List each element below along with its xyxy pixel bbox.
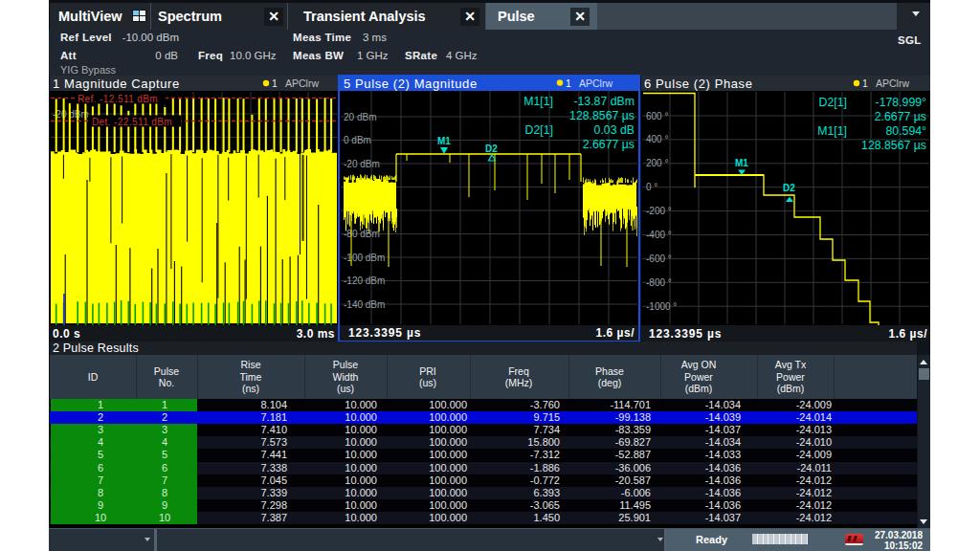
svg-text:Det. -22.511 dBm: Det. -22.511 dBm (92, 117, 172, 127)
svg-text:-13.87 dBm: -13.87 dBm (573, 95, 635, 108)
svg-text:-800 °: -800 ° (646, 277, 672, 288)
svg-text:D2[1]: D2[1] (525, 123, 553, 137)
svg-text:-80 dBm: -80 dBm (344, 229, 380, 239)
svg-text:6 Pulse (2) Phase: 6 Pulse (2) Phase (644, 77, 753, 91)
svg-text:M1[1]: M1[1] (523, 95, 553, 108)
svg-text:D2: D2 (783, 183, 795, 193)
svg-text:1: 1 (272, 77, 278, 89)
svg-text:D2: D2 (485, 143, 498, 154)
svg-text:-200 °: -200 ° (646, 206, 672, 216)
svg-text:400 °: 400 ° (646, 134, 668, 144)
svg-text:0.03 dB: 0.03 dB (594, 123, 635, 137)
svg-text:M1[1]: M1[1] (817, 124, 847, 138)
svg-text:600 °: 600 ° (646, 111, 668, 121)
svg-text:M1: M1 (735, 158, 748, 168)
svg-text:-400 °: -400 ° (646, 230, 672, 240)
svg-text:1 Magnitude Capture: 1 Magnitude Capture (53, 77, 180, 91)
svg-text:20 dBm: 20 dBm (344, 112, 376, 122)
svg-text:-120 dBm: -120 dBm (344, 276, 385, 286)
svg-text:5 Pulse (2) Magnitude: 5 Pulse (2) Magnitude (344, 77, 478, 91)
svg-text:3.0 ms: 3.0 ms (297, 327, 335, 341)
svg-text:1.6 µs/: 1.6 µs/ (596, 326, 635, 340)
svg-text:Ref. -12.511 dBm: Ref. -12.511 dBm (78, 94, 158, 104)
svg-text:2.6677 µs: 2.6677 µs (875, 110, 926, 123)
svg-text:1: 1 (566, 77, 571, 89)
svg-text:-140 dBm: -140 dBm (344, 299, 385, 310)
svg-text:128.8567 µs: 128.8567 µs (861, 139, 926, 152)
svg-text:APClrw: APClrw (285, 77, 319, 89)
svg-text:-20 dBm: -20 dBm (344, 159, 380, 169)
svg-text:M1: M1 (437, 136, 451, 146)
svg-text:-1000 °: -1000 ° (646, 301, 677, 312)
svg-text:-20 dBm: -20 dBm (53, 109, 89, 120)
svg-text:128.8567 µs: 128.8567 µs (569, 109, 635, 122)
svg-text:0.0 s: 0.0 s (53, 327, 80, 341)
svg-text:APClrw: APClrw (579, 77, 612, 89)
svg-text:123.3395 µs: 123.3395 µs (649, 327, 722, 341)
svg-text:2.6677 µs: 2.6677 µs (583, 138, 635, 151)
svg-text:0 °: 0 ° (646, 182, 657, 192)
svg-text:D2[1]: D2[1] (819, 96, 847, 109)
svg-text:123.3395 µs: 123.3395 µs (348, 326, 421, 340)
svg-text:-600 °: -600 ° (646, 253, 672, 264)
svg-text:0 dBm: 0 dBm (344, 135, 371, 145)
svg-text:200 °: 200 ° (646, 158, 668, 168)
svg-text:80.594°: 80.594° (885, 124, 926, 138)
svg-text:-100 dBm: -100 dBm (344, 253, 385, 263)
svg-text:1: 1 (862, 77, 868, 89)
svg-text:-178.999°: -178.999° (876, 96, 927, 109)
svg-text:1.6 µs/: 1.6 µs/ (889, 327, 928, 341)
svg-text:APClrw: APClrw (876, 77, 909, 89)
